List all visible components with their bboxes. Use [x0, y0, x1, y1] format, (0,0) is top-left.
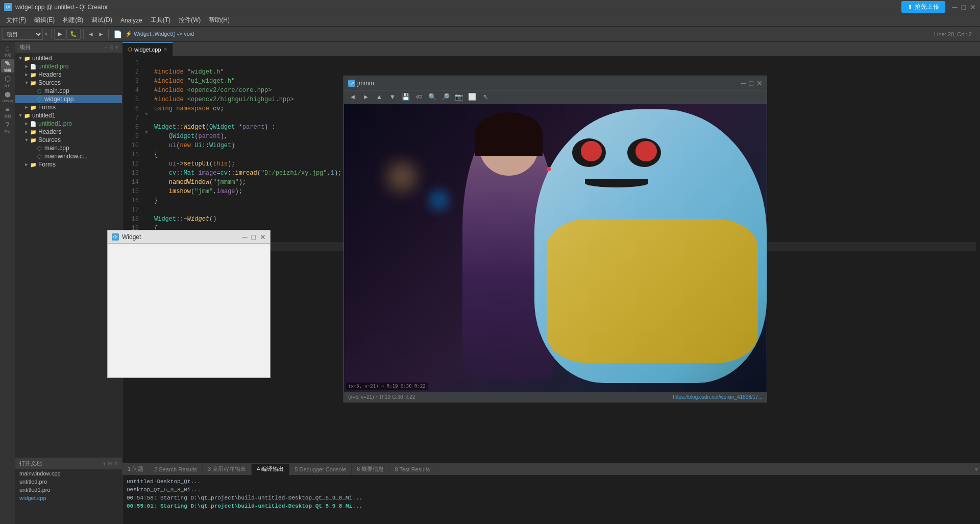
tree-item-main-cpp[interactable]: ⬡ main.cpp: [15, 87, 122, 95]
line-num-3: 3: [122, 77, 139, 86]
bottom-tab-test[interactable]: 8 Test Results: [389, 464, 435, 475]
img-camera[interactable]: 📷: [453, 91, 464, 103]
mode-project[interactable]: ≡ 项目: [1, 105, 14, 118]
tree-item-untitled-pro[interactable]: ► 📄 untitled.pro: [15, 62, 122, 70]
bottom-tab-search[interactable]: 2 Search Results: [149, 464, 203, 475]
open-docs-filter[interactable]: ▾: [103, 461, 106, 466]
upload-button[interactable]: ⬆ 抢先上传: [901, 1, 945, 13]
nav-forward[interactable]: ►: [96, 30, 106, 39]
project-label: 项目: [4, 114, 11, 119]
image-minimize[interactable]: ─: [741, 79, 746, 87]
doc-item-mainwindow[interactable]: mainwindow.cpp: [15, 469, 122, 478]
tree-item-untitled1[interactable]: ▼ 📁 untitled1: [15, 111, 122, 120]
img-back[interactable]: ◄: [347, 91, 358, 103]
run-button[interactable]: ▶: [54, 29, 65, 40]
widget-minimize[interactable]: ─: [242, 233, 248, 241]
build-line-3: 00:54:58: Starting D:\qt_project\build-u…: [127, 494, 976, 502]
mode-design[interactable]: ⬡ 设计: [1, 75, 14, 88]
menu-analyze[interactable]: Analyze: [116, 16, 146, 25]
line-num-11: 11: [122, 150, 139, 159]
open-docs-header: 打开文档 ▾ ⊟ ✕: [15, 458, 122, 469]
tree-item-main-cpp2[interactable]: ⬡ main.cpp: [15, 144, 122, 152]
line-num-8: 8: [122, 123, 139, 132]
widget-icon: Qt: [112, 233, 119, 241]
upload-icon: ⬆: [908, 4, 913, 11]
tree-item-forms2[interactable]: ► 📁 Forms: [15, 160, 122, 169]
tree-label-headers1: Headers: [38, 71, 61, 78]
img-cursor[interactable]: ↖: [480, 91, 491, 103]
img-forward[interactable]: ►: [360, 91, 372, 103]
img-save[interactable]: 💾: [400, 91, 411, 103]
tree-item-untitled[interactable]: ▼ 📁 untitled: [15, 54, 122, 62]
tab-close-button[interactable]: ✕: [163, 46, 167, 52]
close-button[interactable]: ✕: [970, 3, 976, 11]
maximize-button[interactable]: □: [962, 3, 966, 11]
bottom-expand-icon[interactable]: ▾: [975, 466, 978, 473]
project-panel-header: 项目 + ⊟ ▾: [15, 42, 122, 53]
img-crop[interactable]: ⬜: [467, 91, 478, 103]
mode-help[interactable]: ? 帮助: [1, 121, 14, 134]
doc-item-untitled1-pro[interactable]: untitled1.pro: [15, 486, 122, 494]
sources2-folder-icon: 📁: [30, 136, 37, 144]
tree-item-headers1[interactable]: ► 📁 Headers: [15, 70, 122, 79]
menu-tools[interactable]: 工具(T): [146, 15, 175, 26]
tree-item-forms1[interactable]: ► 📁 Forms: [15, 103, 122, 111]
mode-welcome[interactable]: ⌂ 欢迎: [1, 44, 14, 57]
menu-edit[interactable]: 编辑(E): [30, 15, 59, 26]
widget-maximize[interactable]: □: [252, 233, 256, 241]
img-search1[interactable]: 🔍: [427, 91, 438, 103]
tree-options-icon[interactable]: ⊟: [109, 44, 113, 50]
menu-build[interactable]: 构建(B): [59, 15, 87, 26]
mode-debug[interactable]: ⬢ Debug: [1, 90, 14, 103]
minimize-button[interactable]: ─: [952, 3, 958, 11]
widget-titlebar: Qt Widget ─ □ ✕: [108, 230, 270, 244]
doc-item-widget-cpp[interactable]: widget.cpp: [15, 494, 122, 502]
image-toolbar: ◄ ► ▲ ▼ 💾 🏷 🔍 🔎 📷 ⬜ ↖: [344, 90, 767, 104]
debug-run-button[interactable]: 🐛: [66, 29, 81, 40]
image-close[interactable]: ✕: [756, 79, 763, 87]
bottom-tab-debugger[interactable]: 5 Debugger Console: [289, 464, 352, 475]
menu-file[interactable]: 文件(F): [2, 15, 30, 26]
menu-controls[interactable]: 控件(W): [175, 15, 205, 26]
bottom-tab-app-output[interactable]: 3 应用程序输出: [203, 464, 252, 475]
menu-debug[interactable]: 调试(D): [87, 15, 116, 26]
tab-widget-cpp[interactable]: ⬡ widget.cpp ✕: [122, 42, 173, 56]
open-docs-expand[interactable]: ⊟: [108, 461, 112, 466]
widget-close[interactable]: ✕: [260, 233, 266, 241]
menu-help[interactable]: 帮助(H): [205, 15, 234, 26]
project-header-icons: + ⊟ ▾: [104, 44, 118, 50]
image-maximize[interactable]: □: [749, 79, 753, 87]
tree-arrow-sources2: ▼: [23, 137, 30, 142]
tree-item-mainwindow-cpp[interactable]: ⬡ mainwindow.c...: [15, 152, 122, 160]
img-bookmark[interactable]: 🏷: [413, 91, 425, 103]
bottom-tab-compile[interactable]: 4 编译输出: [252, 464, 289, 475]
tree-item-headers2[interactable]: ► 📁 Headers: [15, 128, 122, 136]
line-8: QWidget(parent),: [154, 133, 228, 140]
tree-item-widget-cpp[interactable]: ⬡ widget.cpp: [15, 95, 122, 103]
bottom-tab-problems[interactable]: 1 问题: [122, 464, 149, 475]
mode-edit[interactable]: ✎ 编辑: [1, 59, 14, 73]
doc-item-untitled-pro[interactable]: untitled.pro: [15, 478, 122, 486]
bottom-tab-bar: 1 问题 2 Search Results 3 应用程序输出 4 编译输出 5 …: [122, 463, 980, 475]
tree-item-untitled1-pro[interactable]: ► 📄 untitled1.pro: [15, 120, 122, 128]
project-icon: ≡: [5, 105, 9, 113]
project-selector[interactable]: 项目: [2, 29, 43, 40]
image-status-bar: (x=5, v=21) ~ R:19 G:30 R:22 https://blo…: [344, 392, 767, 402]
new-session-icon[interactable]: +: [104, 44, 107, 50]
nav-back[interactable]: ◄: [86, 30, 95, 39]
img-coords: (x=5, v=21) ~ R:19 G:30 R:22: [346, 383, 428, 390]
filter-icon[interactable]: ▾: [115, 44, 118, 50]
img-search2[interactable]: 🔎: [440, 91, 451, 103]
line-col-info: Line: 20, Col: 2: [934, 31, 972, 37]
img-down[interactable]: ▼: [387, 91, 398, 103]
line-9: ui(new Ui::Widget): [154, 142, 235, 149]
pro-file-icon: 📄: [30, 63, 37, 70]
tree-item-sources2[interactable]: ▼ 📁 Sources: [15, 136, 122, 144]
img-up[interactable]: ▲: [374, 91, 385, 103]
welcome-label: 欢迎: [4, 53, 11, 58]
open-docs-close[interactable]: ✕: [114, 461, 118, 466]
tab-file-icon: ⬡: [128, 46, 132, 52]
bottom-tab-summary[interactable]: 6 概要信息: [352, 464, 389, 475]
tree-item-sources1[interactable]: ▼ 📁 Sources: [15, 79, 122, 87]
line-13: namedWindow("jmmmm");: [154, 179, 246, 186]
